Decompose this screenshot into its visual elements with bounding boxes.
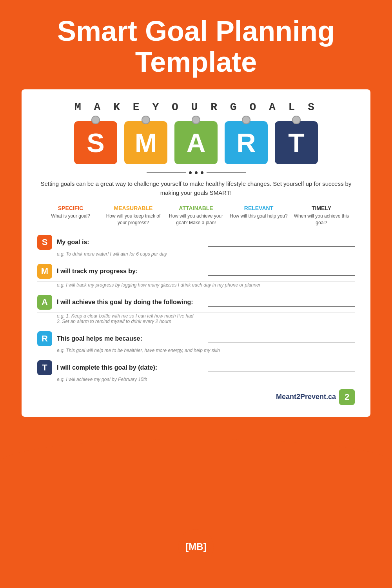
- divider-dot-1: [189, 171, 192, 174]
- def-attainable-desc: How will you achieve your goal? Make a p…: [165, 213, 227, 226]
- form-label-m: I will track my progress by:: [57, 268, 203, 275]
- def-specific-title: SPECIFIC: [39, 205, 102, 211]
- form-example-m: e.g. I will track my progress by logging…: [57, 282, 355, 288]
- form-input-s[interactable]: [208, 238, 355, 247]
- form-badge-s: S: [37, 235, 52, 250]
- brand-badge: 2: [339, 389, 355, 405]
- form-input-m[interactable]: [208, 267, 355, 276]
- form-row-t: T I will complete this goal by (date):: [37, 360, 355, 375]
- form-row-m: M I will track my progress by:: [37, 264, 355, 279]
- form-badge-m: M: [37, 264, 52, 279]
- divider-dot-2: [195, 171, 198, 174]
- letter-m: M: [135, 127, 157, 158]
- smart-definitions-row: SPECIFIC What is your goal? MEASURABLE H…: [37, 205, 355, 226]
- pin-t: [292, 116, 301, 124]
- def-timely-desc: When will you achieve this goal?: [290, 213, 353, 226]
- form-section-s: S My goal is: e.g. To drink more water! …: [37, 235, 355, 257]
- form-input-a[interactable]: [208, 298, 355, 307]
- letter-a: A: [186, 127, 205, 158]
- def-relevant: RELEVANT How will this goal help you?: [227, 205, 290, 226]
- def-specific: SPECIFIC What is your goal?: [39, 205, 102, 226]
- form-badge-a: A: [37, 295, 52, 310]
- form-row-a: A I will achieve this goal by doing the …: [37, 295, 355, 310]
- page-header: Smart Goal Planning Template: [0, 0, 392, 89]
- bottom-circle-badge: [MB]: [178, 529, 214, 564]
- def-attainable: ATTAINABLE How will you achieve your goa…: [165, 205, 227, 226]
- form-section-r: R This goal helps me because: e.g. This …: [37, 331, 355, 353]
- def-timely: TIMELY When will you achieve this goal?: [290, 205, 353, 226]
- main-card: M A K E Y O U R G O A L S S M A R T: [22, 89, 370, 417]
- orange-curve-decoration: [0, 463, 392, 525]
- form-badge-r: R: [37, 331, 52, 346]
- form-label-a: I will achieve this goal by doing the fo…: [57, 299, 203, 306]
- form-example-t: e.g. I will achieve my goal by February …: [57, 377, 355, 382]
- def-measurable-title: MEASURABLE: [102, 205, 165, 211]
- bottom-badge-text: [MB]: [185, 541, 206, 552]
- smart-letters-row: S M A R T: [37, 121, 355, 164]
- form-full-line-m: [37, 281, 355, 281]
- pin-a: [192, 116, 200, 124]
- def-relevant-desc: How will this goal help you?: [227, 213, 290, 220]
- pin-s: [91, 116, 100, 124]
- form-section-m: M I will track my progress by: e.g. I wi…: [37, 264, 355, 288]
- def-timely-title: TIMELY: [290, 205, 353, 211]
- form-input-t[interactable]: [208, 363, 355, 372]
- divider-dot-3: [201, 171, 203, 174]
- form-row-r: R This goal helps me because:: [37, 331, 355, 346]
- intro-text: Setting goals can be a great way to chal…: [37, 180, 355, 197]
- letter-a-box: A: [174, 121, 218, 164]
- def-measurable-desc: How will you keep track of your progress…: [102, 213, 165, 226]
- form-section-a: A I will achieve this goal by doing the …: [37, 295, 355, 324]
- letter-t-box: T: [275, 121, 318, 164]
- form-label-s: My goal is:: [57, 239, 203, 246]
- page-title: Smart Goal Planning Template: [24, 16, 368, 78]
- letter-r: R: [236, 127, 256, 158]
- form-example-r: e.g. This goal will help me to be health…: [57, 348, 355, 353]
- letter-s: S: [87, 127, 104, 158]
- card-footer: Meant2Prevent.ca 2: [37, 389, 355, 405]
- def-attainable-title: ATTAINABLE: [165, 205, 227, 211]
- pin-r: [242, 116, 250, 124]
- divider-line-left: [147, 172, 186, 173]
- pin-m: [142, 116, 150, 124]
- letter-r-box: R: [225, 121, 268, 164]
- make-your-goals-text: M A K E Y O U R G O A L S: [37, 101, 355, 113]
- def-measurable: MEASURABLE How will you keep track of yo…: [102, 205, 165, 226]
- form-example-s: e.g. To drink more water! I will aim for…: [57, 251, 355, 257]
- dots-divider: [37, 171, 355, 174]
- def-specific-desc: What is your goal?: [39, 213, 102, 220]
- form-section-t: T I will complete this goal by (date): e…: [37, 360, 355, 382]
- brand-text: Meant2Prevent.ca: [276, 393, 336, 401]
- form-label-t: I will complete this goal by (date):: [57, 364, 203, 371]
- form-example-a: e.g. 1. Keep a clear bottle with me so I…: [57, 313, 355, 324]
- form-label-r: This goal helps me because:: [57, 335, 203, 342]
- form-row-s: S My goal is:: [37, 235, 355, 250]
- letter-m-box: M: [124, 121, 167, 164]
- letter-t: T: [288, 127, 305, 158]
- letter-s-box: S: [74, 121, 117, 164]
- divider-line-right: [207, 172, 246, 173]
- form-badge-t: T: [37, 360, 52, 375]
- form-full-line-a: [37, 312, 355, 312]
- form-input-r[interactable]: [208, 334, 355, 343]
- def-relevant-title: RELEVANT: [227, 205, 290, 211]
